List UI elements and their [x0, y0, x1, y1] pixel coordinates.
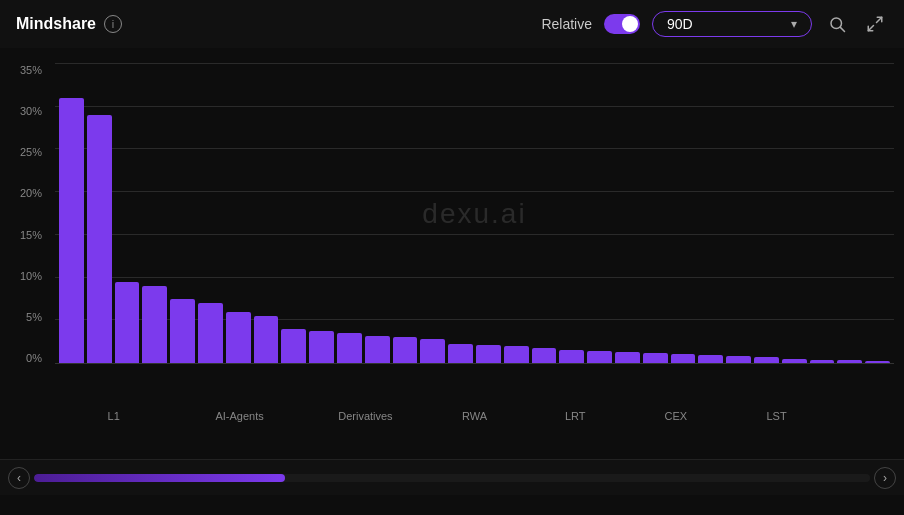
x-axis-label: AI-Agents: [215, 410, 263, 422]
y-label-0: 0%: [26, 352, 42, 364]
bar: [59, 98, 84, 363]
y-label-35: 35%: [20, 64, 42, 76]
bar: [837, 360, 862, 363]
bar: [87, 115, 112, 363]
bar: [198, 303, 223, 363]
toggle-thumb: [622, 16, 638, 32]
bar: [420, 339, 445, 363]
bar: [504, 346, 529, 363]
bar: [476, 345, 501, 363]
bar: [142, 286, 167, 363]
x-axis-label: LST: [766, 410, 786, 422]
expand-icon: [866, 15, 884, 33]
header-left: Mindshare i: [16, 15, 122, 33]
y-label-10: 10%: [20, 270, 42, 282]
bar: [726, 356, 751, 363]
bar: [671, 354, 696, 363]
relative-label: Relative: [541, 16, 592, 32]
info-icon[interactable]: i: [104, 15, 122, 33]
app-title: Mindshare: [16, 15, 96, 33]
search-button[interactable]: [824, 11, 850, 37]
y-axis: 35% 30% 25% 20% 15% 10% 5% 0%: [0, 64, 50, 364]
bar: [309, 331, 334, 363]
chart-container: 35% 30% 25% 20% 15% 10% 5% 0% dexu.ai: [0, 64, 904, 404]
bar: [615, 352, 640, 363]
bar: [226, 312, 251, 363]
svg-line-1: [840, 27, 844, 31]
y-label-20: 20%: [20, 187, 42, 199]
bar: [643, 353, 668, 363]
bar: [170, 299, 195, 363]
toggle-track: [604, 14, 640, 34]
scroll-thumb: [34, 474, 285, 482]
bar: [559, 350, 584, 363]
bar: [337, 333, 362, 363]
scroll-left-button[interactable]: ‹: [8, 467, 30, 489]
x-labels: L1AI-AgentsDerivativesRWALRTCEXLST: [55, 410, 894, 430]
header-right: Relative 90D ▾: [541, 11, 888, 37]
timeframe-dropdown[interactable]: 90D ▾: [652, 11, 812, 37]
bars-container: [55, 64, 894, 363]
bar: [587, 351, 612, 363]
bar: [448, 344, 473, 363]
x-axis-label: RWA: [462, 410, 487, 422]
bar: [115, 282, 140, 363]
bar: [698, 355, 723, 363]
bar: [865, 361, 890, 363]
expand-button[interactable]: [862, 11, 888, 37]
x-axis: L1AI-AgentsDerivativesRWALRTCEXLST: [0, 410, 904, 430]
x-axis-label: LRT: [565, 410, 586, 422]
svg-line-3: [868, 26, 873, 31]
bar: [365, 336, 390, 363]
bar: [782, 359, 807, 363]
chart-inner: dexu.ai: [55, 64, 894, 364]
bar: [754, 357, 779, 363]
x-axis-label: CEX: [665, 410, 688, 422]
dropdown-value: 90D: [667, 16, 783, 32]
scroll-track[interactable]: [34, 474, 870, 482]
x-axis-label: Derivatives: [338, 410, 392, 422]
y-label-15: 15%: [20, 229, 42, 241]
search-icon: [828, 15, 846, 33]
y-label-30: 30%: [20, 105, 42, 117]
relative-toggle[interactable]: [604, 14, 640, 34]
x-axis-label: L1: [108, 410, 120, 422]
bar: [532, 348, 557, 363]
chart-area: 35% 30% 25% 20% 15% 10% 5% 0% dexu.ai: [0, 48, 904, 438]
bar: [281, 329, 306, 363]
bar: [810, 360, 835, 363]
svg-line-2: [877, 17, 882, 22]
scrollbar-area: ‹ ›: [0, 459, 904, 495]
bar: [393, 337, 418, 363]
bar: [254, 316, 279, 363]
chevron-down-icon: ▾: [791, 17, 797, 31]
y-label-5: 5%: [26, 311, 42, 323]
scroll-right-button[interactable]: ›: [874, 467, 896, 489]
header: Mindshare i Relative 90D ▾: [0, 0, 904, 48]
y-label-25: 25%: [20, 146, 42, 158]
